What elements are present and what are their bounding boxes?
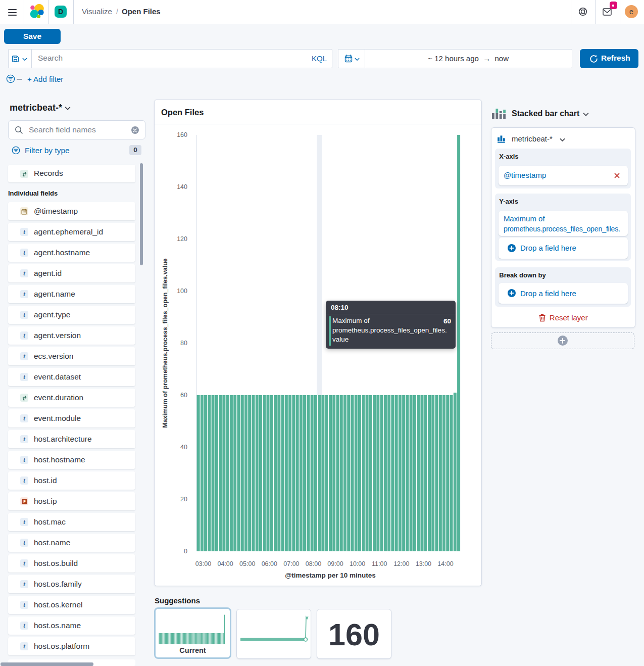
- svg-text:03:00: 03:00: [195, 560, 211, 567]
- svg-text:40: 40: [180, 444, 187, 451]
- svg-text:10:00: 10:00: [350, 560, 365, 567]
- svg-text:09:00: 09:00: [327, 560, 343, 567]
- svg-text:@timestamp per 10 minutes: @timestamp per 10 minutes: [285, 572, 376, 579]
- svg-text:08:00: 08:00: [306, 560, 321, 567]
- svg-text:06:00: 06:00: [262, 560, 277, 567]
- svg-text:120: 120: [177, 235, 187, 243]
- svg-text:13:00: 13:00: [416, 560, 431, 567]
- svg-text:20: 20: [180, 496, 187, 503]
- svg-text:60: 60: [180, 392, 187, 399]
- svg-text:05:00: 05:00: [239, 560, 255, 567]
- svg-text:07:00: 07:00: [283, 560, 299, 567]
- svg-text:160: 160: [177, 131, 187, 138]
- svg-text:140: 140: [177, 183, 187, 191]
- svg-text:12:00: 12:00: [393, 560, 409, 567]
- svg-text:14:00: 14:00: [437, 560, 453, 567]
- svg-text:04:00: 04:00: [217, 560, 233, 567]
- svg-text:11:00: 11:00: [372, 560, 387, 567]
- svg-text:80: 80: [180, 340, 187, 347]
- svg-text:Maximum of prometheus.process_: Maximum of prometheus.process_files_open…: [162, 258, 169, 428]
- svg-text:0: 0: [184, 548, 187, 555]
- svg-text:100: 100: [177, 288, 187, 295]
